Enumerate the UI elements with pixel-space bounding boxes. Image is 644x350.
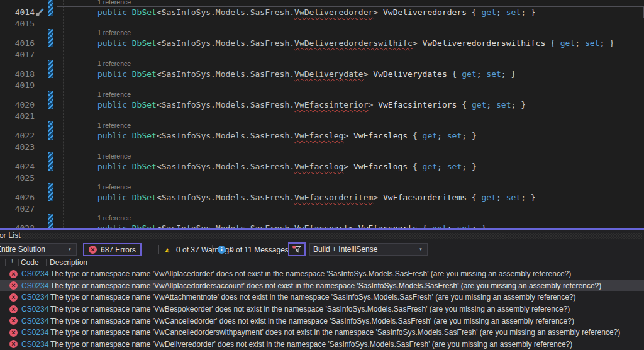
- error-list-panel: Error List Entire Solution ▼ × 687 Error…: [0, 230, 644, 350]
- error-code: CS0234: [21, 269, 47, 278]
- chevron-down-icon: ▼: [65, 247, 76, 251]
- error-row[interactable]: ×CS0234The type or namespace name 'VwAll…: [0, 280, 644, 292]
- filter-funnel-icon: [292, 245, 302, 254]
- column-separator: [46, 259, 47, 266]
- error-icon: ×: [9, 270, 18, 278]
- code-line[interactable]: public DbSet<SasInfoSys.Models.SasFresh.…: [0, 192, 644, 203]
- error-row[interactable]: ×CS0234The type or namespace name 'VwCan…: [0, 315, 644, 327]
- code-line-text: public DbSet<SasInfoSys.Models.SasFresh.…: [97, 130, 479, 142]
- error-icon: ×: [89, 246, 97, 254]
- codelens-label: 1 reference: [97, 59, 133, 69]
- unresolved-type: VwDeliverydate: [294, 69, 364, 79]
- titlebar-grip-texture: [21, 233, 642, 239]
- error-code: CS0234: [21, 328, 47, 337]
- error-row[interactable]: ×CS0234The type or namespace name 'VwAtt…: [0, 291, 644, 303]
- current-line-highlight: [57, 6, 644, 18]
- errors-count-label: 687 Errors: [101, 246, 136, 254]
- error-row[interactable]: ×CS0234The type or namespace name 'VwBes…: [0, 303, 644, 315]
- codelens-reference-link[interactable]: 1 reference: [0, 59, 644, 69]
- description-column-header[interactable]: Description: [50, 258, 87, 267]
- error-list-rows: ×CS0234The type or namespace name 'VwAll…: [0, 268, 644, 350]
- codelens-label: 1 reference: [97, 183, 133, 192]
- code-line-text: public DbSet<SasInfoSys.Models.SasFresh.…: [97, 99, 528, 111]
- code-column-header[interactable]: Code: [21, 258, 39, 267]
- codelens-reference-link[interactable]: 1 reference: [0, 28, 644, 38]
- unresolved-type: VwEfacspart: [294, 223, 348, 228]
- filter-button[interactable]: [288, 242, 306, 256]
- error-list-toolbar: Entire Solution ▼ × 687 Errors ▲! 0 of 3…: [0, 242, 644, 258]
- error-description: The type or namespace name 'VwBespokeord…: [50, 305, 570, 313]
- codelens-label: 1 reference: [97, 213, 133, 223]
- error-code: CS0234: [21, 305, 47, 313]
- codelens-label: 1 reference: [97, 28, 133, 38]
- panel-titlebar[interactable]: Error List: [0, 230, 644, 242]
- code-line[interactable]: public DbSet<SasInfoSys.Models.SasFresh.…: [0, 38, 644, 49]
- error-description: The type or namespace name 'VwAllplacedo…: [50, 281, 601, 290]
- column-header-row: ! Code Description: [0, 257, 644, 268]
- error-description: The type or namespace name 'VwAllplacedo…: [50, 269, 571, 278]
- code-editor[interactable]: 1 reference4014public DbSet<SasInfoSys.M…: [0, 0, 644, 228]
- codelens-reference-link[interactable]: 1 reference: [0, 90, 644, 99]
- toolbar-separator: [212, 245, 213, 254]
- codelens-label: 1 reference: [97, 121, 133, 130]
- error-description: The type or namespace name 'VwDeliveredo…: [50, 340, 572, 349]
- error-description: The type or namespace name 'VwCancelledo…: [50, 328, 620, 337]
- error-icon: ×: [9, 281, 18, 290]
- error-icon: ×: [9, 305, 18, 313]
- error-icon: ×: [9, 329, 18, 337]
- codelens-label: 1 reference: [97, 90, 133, 99]
- code-line-text: public DbSet<SasInfoSys.Models.SasFresh.…: [97, 161, 479, 172]
- code-line-text: public DbSet<SasInfoSys.Models.SasFresh.…: [97, 38, 617, 49]
- codelens-reference-link[interactable]: 1 reference: [0, 121, 644, 130]
- scope-filter-value: Entire Solution: [0, 245, 65, 254]
- unresolved-type: VwEfacsinterior: [294, 100, 368, 110]
- editor-rows: 1 reference4014public DbSet<SasInfoSys.M…: [0, 0, 644, 228]
- error-row[interactable]: ×CS0234The type or namespace name 'VwAll…: [0, 268, 644, 280]
- error-code: CS0234: [21, 340, 47, 349]
- column-separator: [18, 259, 19, 266]
- build-filter-dropdown[interactable]: Build + IntelliSense ▼: [309, 243, 428, 256]
- error-icon: ×: [9, 340, 18, 348]
- errors-toggle-button[interactable]: × 687 Errors: [83, 243, 142, 256]
- info-icon: i: [218, 246, 226, 254]
- unresolved-type: VwEfacsorderitem: [294, 193, 373, 202]
- messages-count-label: 0 of 11 Messages: [230, 246, 289, 254]
- build-filter-value: Build + IntelliSense: [310, 245, 416, 254]
- error-row[interactable]: ×CS0234The type or namespace name 'VwDel…: [0, 338, 644, 350]
- panel-title: Error List: [0, 231, 21, 240]
- code-line-text: public DbSet<SasInfoSys.Models.SasFresh.…: [97, 69, 518, 80]
- code-line[interactable]: public DbSet<SasInfoSys.Models.SasFresh.…: [0, 69, 644, 80]
- code-line[interactable]: public DbSet<SasInfoSys.Models.SasFresh.…: [0, 99, 644, 111]
- code-line-text: public DbSet<SasInfoSys.Models.SasFresh.…: [97, 192, 538, 203]
- messages-toggle-button[interactable]: i 0 of 11 Messages: [218, 243, 289, 256]
- error-icon: ×: [9, 293, 18, 302]
- chevron-down-icon: ▼: [416, 247, 427, 251]
- scope-filter-dropdown[interactable]: Entire Solution ▼: [0, 243, 77, 256]
- codelens-reference-link[interactable]: 1 reference: [0, 213, 644, 223]
- unresolved-type: VwDeliveredorderswithifc: [294, 38, 413, 48]
- codelens-reference-link[interactable]: 1 reference: [0, 183, 644, 192]
- code-line-text: public DbSet<SasInfoSys.Models.SasFresh.…: [97, 223, 489, 228]
- code-line[interactable]: public DbSet<SasInfoSys.Models.SasFresh.…: [0, 161, 644, 172]
- severity-column-icon[interactable]: !: [11, 258, 13, 264]
- error-description: The type or namespace name 'VwCancelledo…: [50, 317, 574, 325]
- error-code: CS0234: [21, 281, 47, 290]
- warning-icon: ▲!: [164, 246, 172, 254]
- quick-actions-screwdriver-icon[interactable]: [35, 8, 45, 17]
- unresolved-type: VwEfacslog: [294, 162, 343, 171]
- code-line[interactable]: public DbSet<SasInfoSys.Models.SasFresh.…: [0, 223, 644, 228]
- unresolved-type: VwEfacsleg: [294, 131, 343, 140]
- error-icon: ×: [9, 317, 18, 325]
- error-description: The type or namespace name 'VwAttachment…: [50, 293, 576, 302]
- column-separator: [5, 259, 6, 266]
- error-code: CS0234: [21, 317, 47, 325]
- codelens-label: 1 reference: [97, 152, 133, 161]
- error-row[interactable]: ×CS0234The type or namespace name 'VwCan…: [0, 327, 644, 339]
- error-code: CS0234: [21, 293, 47, 302]
- code-line[interactable]: public DbSet<SasInfoSys.Models.SasFresh.…: [0, 130, 644, 142]
- codelens-reference-link[interactable]: 1 reference: [0, 152, 644, 161]
- toolbar-separator: [158, 245, 159, 254]
